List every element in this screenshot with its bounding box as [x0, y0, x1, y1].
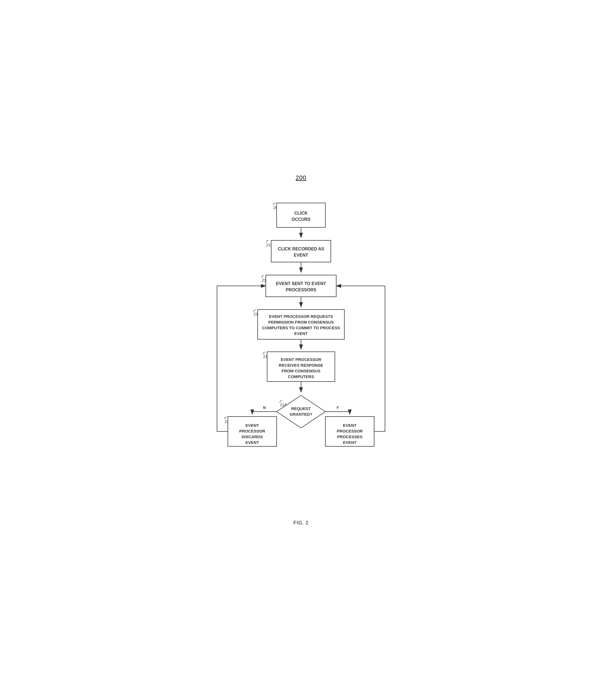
fig-label: FIG. 2: [294, 520, 308, 526]
text-216-line1: EVENT PROCESSOR: [281, 357, 321, 362]
text-222-line4: EVENT: [246, 440, 259, 445]
text-218-line1: REQUEST: [291, 406, 311, 411]
text-214-line1: EVENT PROCESSOR REQUESTS: [269, 314, 333, 319]
text-208-line2: OCCURS: [292, 217, 310, 222]
text-210-line2: EVENT: [294, 253, 308, 257]
text-208-line1: CLICK: [295, 211, 308, 216]
diagram-title: 200: [296, 174, 306, 181]
n-label: N: [263, 405, 266, 410]
text-216-line3: FROM CONSENSUS: [281, 369, 320, 373]
text-214-line4: EVENT: [294, 331, 308, 336]
text-214-line3: COMPUTERS TO COMMIT TO PROCESS: [262, 325, 340, 330]
text-220-line3: PROCESSES: [337, 434, 362, 439]
text-220-line1: EVENT: [343, 423, 356, 428]
text-216-line2: RECEIVES RESPONSE: [279, 363, 323, 368]
loop-222-212: [217, 286, 266, 431]
text-222-line2: PROCESSOR: [239, 429, 265, 433]
flowchart-svg: 208 CLICK OCCURS 210 CLICK RECORDED AS E…: [206, 190, 396, 509]
text-212-line1: EVENT SENT TO EVENT: [276, 281, 326, 286]
text-218-line2: GRANTED?: [290, 412, 312, 417]
diagram-container: 200 208 CLICK OCCURS 210 CLICK RECORDED …: [206, 174, 396, 526]
diamond-218: [277, 395, 325, 428]
text-222-line1: EVENT: [246, 423, 259, 428]
loop-220-212: [336, 286, 385, 431]
y-label: Y: [336, 405, 339, 410]
text-222-line3: DISCARDS: [242, 434, 263, 439]
text-212-line2: PROCESSORS: [286, 288, 317, 292]
text-220-line4: EVENT: [343, 440, 356, 445]
text-220-line2: PROCESSOR: [337, 429, 363, 433]
text-216-line4: COMPUTERS: [288, 374, 314, 379]
box-212: [266, 275, 336, 297]
text-214-line2: PERMISSION FROM CONSENSUS: [268, 320, 334, 324]
box-210: [271, 241, 331, 262]
text-210-line1: CLICK RECORDED AS: [278, 247, 324, 251]
